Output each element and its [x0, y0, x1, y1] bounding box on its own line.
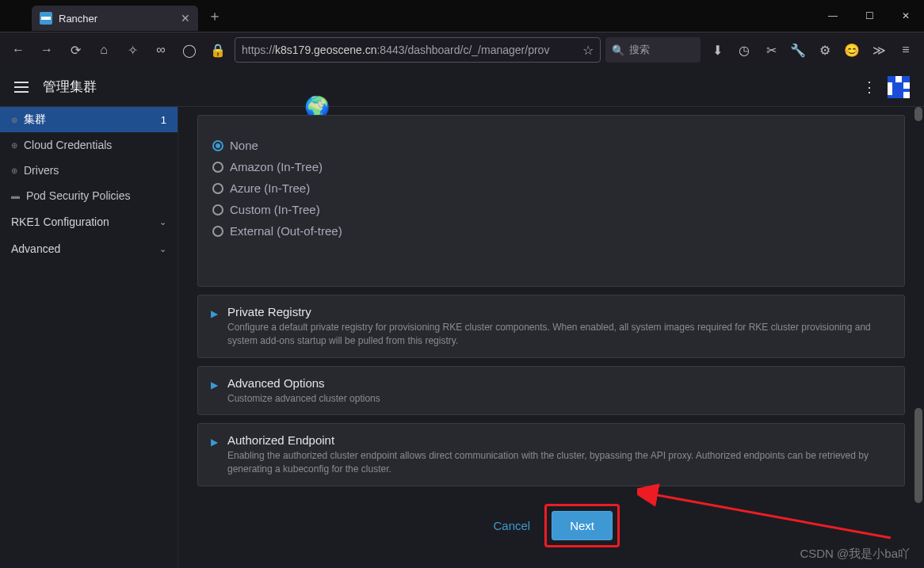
chevron-down-icon: ⌄	[159, 217, 166, 227]
footer-actions: Cancel Next	[197, 504, 905, 547]
radio-option-azure[interactable]: Azure (In-Tree)	[212, 177, 890, 199]
kebab-menu-icon[interactable]: ⋮	[862, 78, 876, 96]
watermark: CSDN @我是小ba吖	[800, 547, 910, 562]
radio-icon	[212, 226, 223, 237]
gear-icon[interactable]: ⚙	[813, 38, 837, 62]
reload-button[interactable]: ⟳	[63, 38, 87, 62]
scrollbar-thumb[interactable]	[914, 408, 922, 503]
page-title: 管理集群	[43, 78, 97, 96]
panel-title: Authorized Endpoint	[227, 433, 892, 447]
radio-option-none[interactable]: None	[212, 135, 890, 156]
panel-description: Enabling the authorized cluster endpoint…	[227, 449, 892, 476]
profile-icon[interactable]: 😊	[840, 38, 864, 62]
panel-description: Customize advanced cluster options	[227, 392, 380, 406]
expand-arrow-icon: ▶	[211, 308, 218, 348]
tab-title: Rancher	[59, 13, 174, 25]
radio-icon	[212, 183, 223, 194]
sidebar-section-advanced[interactable]: Advanced ⌄	[0, 235, 178, 262]
radio-label: External (Out-of-tree)	[230, 224, 342, 238]
authorized-endpoint-panel[interactable]: ▶ Authorized Endpoint Enabling the autho…	[197, 423, 905, 486]
sidebar-section-label: Advanced	[11, 242, 60, 255]
download-icon[interactable]: ⬇	[705, 38, 729, 62]
forward-button[interactable]: →	[35, 38, 59, 62]
cut-icon[interactable]: ✂	[759, 38, 783, 62]
bookmark-star-icon[interactable]: ☆	[582, 43, 594, 58]
sidebar-item-drivers[interactable]: ⊕ Drivers	[0, 158, 178, 183]
main-content: None Amazon (In-Tree) Azure (In-Tree) Cu…	[178, 107, 924, 568]
window-close-button[interactable]: ✕	[888, 0, 924, 32]
sidebar: ⊕ 集群 1 ⊕ Cloud Credentials ⊕ Drivers ▬ P…	[0, 107, 178, 568]
panel-description: Configure a default private registry for…	[227, 321, 892, 348]
app-header: 管理集群 ⋮	[0, 67, 924, 107]
search-placeholder: 搜索	[629, 43, 650, 57]
radio-icon	[212, 204, 223, 215]
extension-icon[interactable]: ✧	[120, 38, 144, 62]
chevron-down-icon: ⌄	[159, 244, 166, 254]
scrollbar-thumb[interactable]	[914, 107, 922, 121]
menu-icon[interactable]: ≡	[894, 38, 918, 62]
search-icon: 🔍	[612, 44, 624, 56]
overflow-icon[interactable]: ≫	[867, 38, 891, 62]
sidebar-section-rke1[interactable]: RKE1 Configuration ⌄	[0, 208, 178, 235]
browser-toolbar: ← → ⟳ ⌂ ✧ ∞ ◯ 🔒 https://k8s179.geoscene.…	[0, 32, 924, 67]
private-registry-panel[interactable]: ▶ Private Registry Configure a default p…	[197, 295, 905, 358]
radio-option-custom[interactable]: Custom (In-Tree)	[212, 199, 890, 220]
sidebar-item-pod-security-policies[interactable]: ▬ Pod Security Policies	[0, 183, 178, 208]
radio-option-external[interactable]: External (Out-of-tree)	[212, 220, 890, 242]
sidebar-item-cloud-credentials[interactable]: ⊕ Cloud Credentials	[0, 132, 178, 158]
window-titlebar: Rancher ✕ ＋ ― ☐ ✕	[0, 0, 924, 32]
highlight-annotation: Next	[544, 504, 620, 547]
sidebar-item-label: Cloud Credentials	[24, 139, 112, 151]
sidebar-item-label: 集群	[24, 112, 46, 127]
tab-close-icon[interactable]: ✕	[181, 12, 190, 25]
sidebar-item-label: Drivers	[24, 164, 59, 177]
radio-icon	[212, 140, 223, 151]
folder-icon: ▬	[11, 191, 20, 200]
globe-icon: ⊕	[11, 166, 17, 175]
advanced-options-panel[interactable]: ▶ Advanced Options Customize advanced cl…	[197, 366, 905, 416]
expand-arrow-icon: ▶	[211, 436, 218, 476]
hamburger-button[interactable]	[14, 82, 29, 93]
window-maximize-button[interactable]: ☐	[851, 0, 888, 32]
wrench-icon[interactable]: 🔧	[786, 38, 810, 62]
radio-label: Custom (In-Tree)	[230, 203, 320, 216]
window-controls: ― ☐ ✕	[815, 0, 924, 32]
radio-label: Amazon (In-Tree)	[230, 160, 323, 173]
shield-icon[interactable]: ◯	[178, 38, 201, 62]
sidebar-item-label: Pod Security Policies	[26, 189, 131, 202]
panel-title: Advanced Options	[227, 376, 380, 390]
sidebar-badge: 1	[161, 114, 166, 126]
new-tab-button[interactable]: ＋	[208, 6, 222, 25]
scrollbar-track[interactable]	[913, 107, 924, 568]
search-box[interactable]: 🔍 搜索	[605, 37, 701, 63]
browser-tab[interactable]: Rancher ✕	[32, 6, 198, 31]
sidebar-item-clusters[interactable]: ⊕ 集群 1	[0, 107, 178, 132]
radio-label: None	[230, 139, 258, 152]
window-minimize-button[interactable]: ―	[815, 0, 851, 32]
panel-title: Private Registry	[227, 305, 892, 318]
radio-icon	[212, 162, 223, 173]
url-field[interactable]: https://k8s179.geoscene.cn:8443/dashboar…	[235, 37, 601, 63]
sidebar-section-label: RKE1 Configuration	[11, 215, 109, 228]
tab-favicon	[40, 12, 52, 25]
globe-icon: ⊕	[11, 141, 17, 150]
mask-icon[interactable]: ∞	[149, 38, 173, 62]
lock-icon[interactable]: 🔒	[206, 38, 230, 62]
home-button[interactable]: ⌂	[92, 38, 116, 62]
avatar[interactable]	[888, 76, 910, 98]
radio-option-amazon[interactable]: Amazon (In-Tree)	[212, 156, 890, 177]
globe-icon: ⊕	[11, 116, 17, 124]
history-icon[interactable]: ◷	[732, 38, 756, 62]
cloud-provider-panel: None Amazon (In-Tree) Azure (In-Tree) Cu…	[197, 115, 905, 287]
back-button[interactable]: ←	[6, 38, 30, 62]
cancel-button[interactable]: Cancel	[493, 519, 530, 532]
radio-label: Azure (In-Tree)	[230, 181, 310, 195]
next-button[interactable]: Next	[552, 511, 613, 540]
url-text: https://k8s179.geoscene.cn:8443/dashboar…	[242, 44, 578, 56]
expand-arrow-icon: ▶	[211, 379, 218, 406]
